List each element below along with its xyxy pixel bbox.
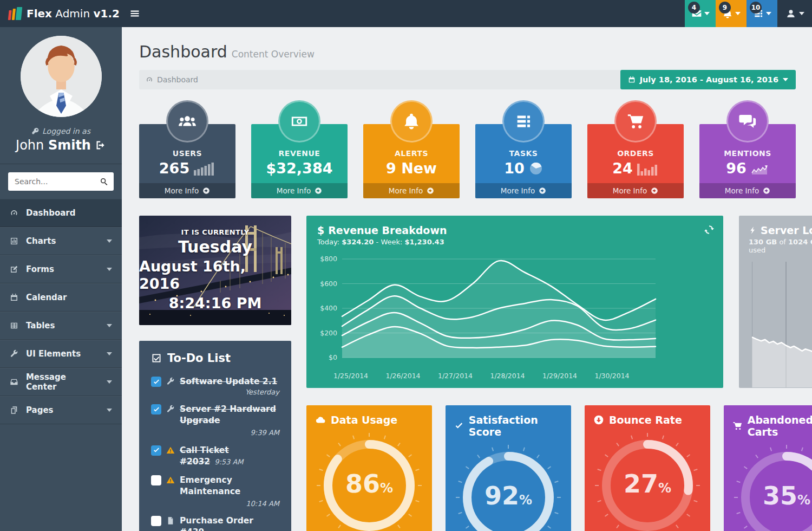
profile-section: Logged in as John Smith [0, 27, 122, 164]
breadcrumb-bar: Dashboard July 18, 2016 - August 16, 201… [139, 70, 796, 89]
abandoned-carts-widget: Abandoned Carts 35% [724, 405, 812, 531]
todo-item: Software Update 2.1Yesterday [151, 370, 279, 398]
chevron-down-icon [704, 12, 710, 15]
todo-title: To-Do List [151, 352, 279, 365]
todo-checkbox[interactable] [151, 404, 161, 415]
avatar [21, 36, 102, 117]
clock-time: 8:24:16 PM [169, 294, 262, 313]
more-info-link[interactable]: More Info [587, 183, 684, 198]
chevron-down-icon [107, 324, 112, 327]
gauge-cards-row: Data Usage 86% Satisfaction Score 92% Bo… [306, 405, 812, 531]
alerts-icon-circle [390, 100, 433, 143]
hamburger-icon [129, 8, 140, 19]
sidebar-item-calendar[interactable]: Calendar [0, 283, 122, 312]
sidebar-item-message-center[interactable]: Message Center [0, 368, 122, 396]
data-usage-widget: Data Usage 86% [306, 405, 432, 531]
sidebar: Logged in as John Smith Dashboard Charts… [0, 27, 122, 531]
sidebar-item-pages[interactable]: Pages [0, 396, 122, 424]
date-range-button[interactable]: July 18, 2016 - August 16, 2016 [620, 70, 796, 89]
todo-item: Purchase Order #43910:20 AM [151, 509, 279, 531]
svg-text:$0: $0 [329, 353, 337, 361]
user-icon [785, 8, 796, 19]
app-title: Flex Admin v1.2 [27, 7, 120, 20]
key-icon [31, 127, 39, 135]
check-icon [454, 420, 464, 431]
svg-text:1/26/2014: 1/26/2014 [385, 372, 420, 380]
tasks-icon-circle [502, 100, 545, 143]
alerts-count-badge: 9 [719, 2, 731, 14]
bounce-rate-percent: 27% [593, 471, 702, 496]
task-list-icon [514, 112, 533, 131]
todo-checkbox[interactable] [151, 516, 161, 526]
todo-checkbox[interactable] [151, 445, 161, 456]
sidebar-item-forms[interactable]: Forms [0, 255, 122, 283]
abandoned-carts-title: Abandoned Carts [732, 414, 812, 438]
tasks-menu-button[interactable]: 10 [746, 0, 777, 27]
warning-icon [166, 446, 175, 455]
search-input[interactable] [8, 172, 114, 191]
stat-label: USERS [145, 149, 230, 158]
wrench-icon [10, 349, 18, 358]
top-navbar: Flex Admin v1.2 4 9 10 [0, 0, 812, 27]
search-icon[interactable] [100, 177, 108, 186]
todo-text: Purchase Order #439 [180, 516, 253, 531]
more-info-link[interactable]: More Info [139, 183, 235, 198]
clock-text: IT IS CURRENTLY Tuesday August 16th, 201… [139, 216, 291, 325]
stat-label: MENTIONS [705, 149, 790, 158]
chevron-down-icon [107, 268, 112, 271]
users-icon-circle [166, 100, 208, 143]
revenue-area-chart: $0$200$400$600$8001/25/20141/26/20141/27… [317, 250, 659, 387]
more-info-link[interactable]: More Info [475, 183, 572, 198]
inbox-icon [10, 378, 18, 386]
logo-icon [8, 7, 23, 20]
server-load-subtitle: 130 GB of 1024 GB used [749, 238, 812, 254]
edit-icon [10, 265, 18, 274]
bell-icon [402, 112, 421, 131]
sidebar-item-tables[interactable]: Tables [0, 312, 122, 340]
circle-arrow-right-icon [763, 187, 770, 195]
satisfaction-score-percent: 92% [454, 483, 562, 508]
messages-menu-button[interactable]: 4 [685, 0, 716, 27]
svg-text:$400: $400 [320, 304, 337, 312]
page-title: DashboardContent Overview [139, 42, 796, 61]
todo-text: Server #2 Hardward Upgrade [180, 404, 276, 425]
todo-time: 9:39 AM [180, 428, 279, 438]
sidebar-item-dashboard[interactable]: Dashboard [0, 199, 122, 227]
users-icon [178, 112, 197, 131]
more-info-link[interactable]: More Info [251, 183, 348, 198]
stat-card-mentions: MENTIONS 96 More Info [699, 124, 796, 198]
server-load-title: Server Load [749, 224, 812, 236]
mentions-icon-circle [726, 100, 769, 143]
satisfaction-score-widget: Satisfaction Score 92% [446, 405, 571, 531]
app-logo[interactable]: Flex Admin v1.2 [0, 0, 122, 27]
todo-item: Emergency Maintenance10:14 AM [151, 469, 279, 509]
sidebar-toggle-button[interactable] [122, 0, 148, 27]
calendar-icon [628, 76, 636, 83]
clock-date: August 16th, 2016 [139, 258, 291, 293]
sign-out-icon[interactable] [95, 140, 106, 151]
sidebar-item-charts[interactable]: Charts [0, 227, 122, 255]
todo-time: 10:14 AM [180, 499, 279, 509]
file-icon [166, 516, 175, 525]
revenue-icon-circle [278, 100, 320, 143]
more-info-link[interactable]: More Info [363, 183, 460, 198]
user-menu-button[interactable] [777, 0, 812, 27]
sidebar-item-ui-elements[interactable]: UI Elements [0, 340, 122, 368]
stat-value: 96 [726, 161, 746, 176]
stat-card-users: USERS 265 More Info [139, 124, 235, 198]
stat-label: ORDERS [593, 149, 678, 158]
todo-checkbox[interactable] [151, 475, 161, 485]
bolt-icon [749, 226, 757, 235]
server-load-chart [752, 262, 812, 387]
more-info-link[interactable]: More Info [699, 183, 796, 198]
breadcrumb[interactable]: Dashboard [146, 75, 198, 84]
wrench-icon [166, 377, 175, 386]
bounce-rate-widget: Bounce Rate 27% [585, 405, 710, 531]
refresh-icon[interactable] [704, 224, 715, 235]
abandoned-carts-percent: 35% [732, 483, 812, 508]
cart-icon [626, 112, 645, 131]
alerts-menu-button[interactable]: 9 [716, 0, 746, 27]
stat-value: 24 [612, 161, 633, 176]
todo-checkbox[interactable] [151, 377, 161, 387]
todo-time: 9:53 AM [214, 458, 243, 466]
